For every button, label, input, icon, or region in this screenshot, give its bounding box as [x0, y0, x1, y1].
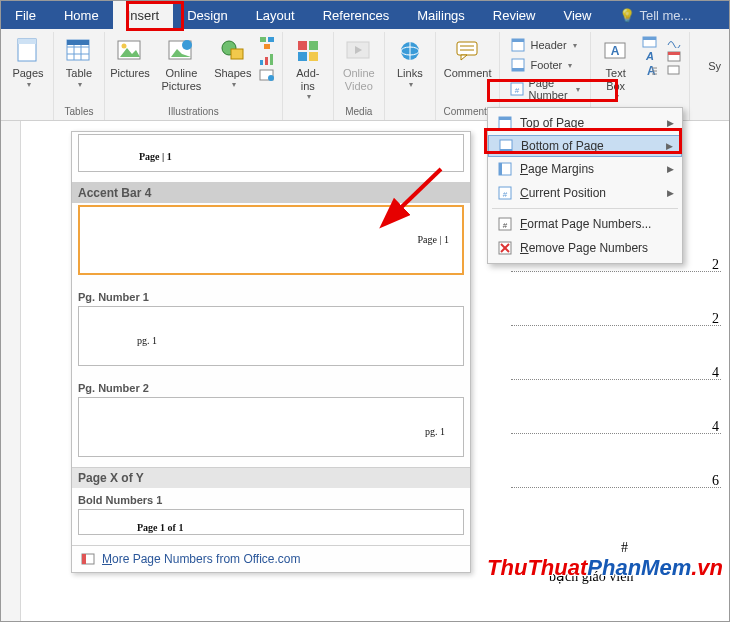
- pictures-icon: [115, 36, 145, 66]
- menu-remove-page-numbers[interactable]: Remove Page Numbers: [488, 236, 682, 260]
- svg-text:A: A: [610, 44, 619, 58]
- svg-rect-58: [499, 117, 511, 120]
- addins-icon: [293, 36, 323, 66]
- menu-format-page-numbers[interactable]: # Format Page Numbers...: [488, 212, 682, 236]
- tab-view[interactable]: View: [549, 1, 605, 29]
- textbox-icon: A: [601, 36, 631, 66]
- text-extra: A A: [639, 34, 661, 78]
- svg-rect-15: [231, 49, 243, 59]
- svg-text:#: #: [515, 86, 520, 95]
- svg-point-13: [182, 40, 192, 50]
- svg-point-10: [122, 44, 127, 49]
- group-tables: Table ▾ Tables: [54, 32, 105, 120]
- links-label: Links: [397, 67, 423, 80]
- tab-design[interactable]: Design: [173, 1, 241, 29]
- preview-text: Page 1 of 1: [137, 522, 183, 533]
- gallery-item-prev[interactable]: Page | 1: [72, 132, 470, 182]
- gallery-item-bold1[interactable]: Bold Numbers 1 Page 1 of 1: [72, 488, 470, 545]
- comment-label: Comment: [444, 67, 492, 80]
- signature-icon[interactable]: [666, 36, 682, 48]
- chevron-down-icon: ▾: [576, 85, 580, 94]
- table-icon: [64, 36, 94, 66]
- datetime-icon[interactable]: [666, 50, 682, 62]
- svg-rect-1: [18, 39, 36, 44]
- current-position-icon: #: [496, 185, 514, 201]
- tab-mailings[interactable]: Mailings: [403, 1, 479, 29]
- svg-marker-34: [461, 55, 467, 60]
- page-top-icon: [496, 115, 514, 131]
- object-icon[interactable]: [666, 64, 682, 76]
- gallery-item-accent4[interactable]: Page | 1: [72, 203, 470, 285]
- tab-insert[interactable]: Insert: [113, 1, 174, 29]
- illustrations-extra: [256, 34, 278, 84]
- tab-tell-me[interactable]: 💡 Tell me...: [605, 1, 705, 29]
- pages-button[interactable]: Pages ▾: [7, 34, 49, 91]
- svg-rect-19: [260, 60, 263, 65]
- svg-rect-21: [270, 54, 273, 65]
- header-icon: [510, 37, 526, 53]
- chart-icon[interactable]: [259, 52, 275, 66]
- svg-rect-17: [268, 37, 274, 42]
- symbols-button[interactable]: Sy: [694, 34, 730, 75]
- svg-rect-26: [298, 52, 307, 61]
- menu-label: Top of Page: [520, 116, 584, 130]
- chevron-down-icon: ▾: [573, 41, 577, 50]
- shapes-label: Shapes: [214, 67, 251, 80]
- symbols-label: Sy: [708, 60, 721, 73]
- menu-top-of-page[interactable]: Top of Page ▶: [488, 111, 682, 135]
- pictures-button[interactable]: Pictures: [109, 34, 151, 82]
- svg-rect-40: [512, 68, 524, 71]
- tab-references[interactable]: References: [309, 1, 403, 29]
- header-label: Header: [530, 39, 566, 51]
- shapes-button[interactable]: Shapes ▾: [212, 34, 254, 91]
- chevron-down-icon: ▾: [615, 92, 619, 101]
- preview-text: Page | 1: [139, 151, 172, 162]
- svg-rect-33: [457, 42, 477, 55]
- links-button[interactable]: Links ▾: [389, 34, 431, 91]
- svg-rect-56: [82, 554, 86, 564]
- menu-label: Page Margins: [520, 162, 594, 176]
- doc-toc-lines: 2 2 4 4 6: [511, 271, 721, 541]
- tab-review[interactable]: Review: [479, 1, 550, 29]
- header-button[interactable]: Header ▾: [507, 36, 582, 54]
- online-video-button[interactable]: Online Video: [338, 34, 380, 94]
- ribbon-tabs: File Home Insert Design Layout Reference…: [1, 1, 729, 29]
- group-links: Links ▾: [385, 32, 436, 120]
- gallery-item-title: Pg. Number 1: [76, 287, 466, 306]
- gallery-more-link[interactable]: More Page Numbers from Office.com: [72, 545, 470, 572]
- online-pictures-button[interactable]: Online Pictures: [153, 34, 210, 94]
- quickparts-icon[interactable]: [642, 36, 658, 48]
- footer-label: Footer: [530, 59, 562, 71]
- menu-label: Format Page Numbers...: [520, 217, 651, 231]
- gallery-item-pg1[interactable]: Pg. Number 1 pg. 1: [72, 285, 470, 376]
- svg-rect-54: [668, 66, 679, 74]
- wordart-icon[interactable]: A: [642, 50, 658, 62]
- footer-button[interactable]: Footer ▾: [507, 56, 582, 74]
- online-pictures-icon: [166, 36, 196, 66]
- dropcap-icon[interactable]: A: [642, 64, 658, 76]
- svg-rect-20: [265, 57, 268, 65]
- tab-home[interactable]: Home: [50, 1, 113, 29]
- textbox-button[interactable]: A Text Box ▾: [595, 34, 637, 103]
- chevron-down-icon: ▾: [568, 61, 572, 70]
- smartart-icon[interactable]: [259, 36, 275, 50]
- format-icon: #: [496, 216, 514, 232]
- doc-footer-text: bạch giáo viên: [549, 568, 633, 585]
- menu-current-position[interactable]: # Current Position ▶: [488, 181, 682, 205]
- tab-layout[interactable]: Layout: [242, 1, 309, 29]
- menu-bottom-of-page[interactable]: Bottom of Page ▶: [488, 135, 682, 157]
- gallery-item-pg2[interactable]: Pg. Number 2 pg. 1: [72, 376, 470, 467]
- page-number-button[interactable]: # Page Number ▾: [507, 76, 582, 102]
- svg-rect-18: [264, 44, 270, 49]
- addins-button[interactable]: Add- ins ▾: [287, 34, 329, 103]
- submenu-arrow-icon: ▶: [667, 188, 674, 198]
- table-button[interactable]: Table ▾: [58, 34, 100, 91]
- menu-page-margins[interactable]: Page Margins ▶: [488, 157, 682, 181]
- toc-page: 2: [712, 311, 719, 327]
- tab-file[interactable]: File: [1, 1, 50, 29]
- group-label-tables: Tables: [58, 104, 100, 120]
- office-icon: [80, 552, 96, 566]
- comment-button[interactable]: Comment: [440, 34, 496, 82]
- screenshot-icon[interactable]: [259, 68, 275, 82]
- text-extra2: [663, 34, 685, 78]
